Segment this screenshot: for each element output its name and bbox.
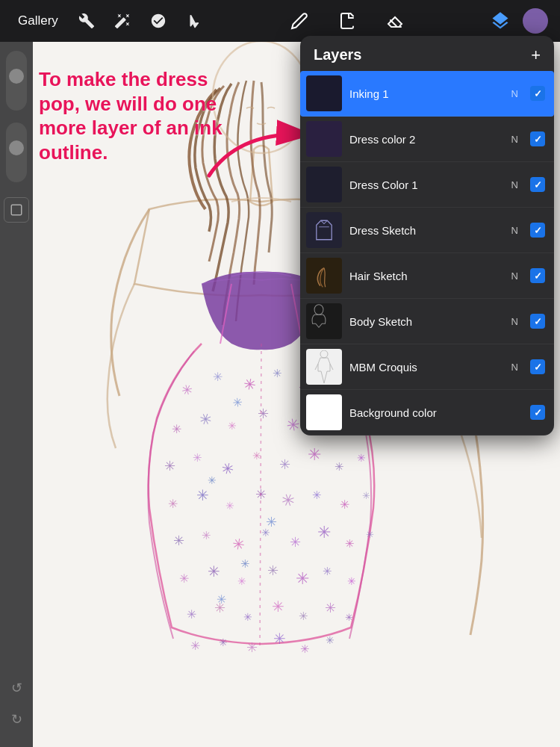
cursor-tool[interactable] [181, 7, 208, 34]
svg-text:✳: ✳ [300, 642, 310, 655]
svg-text:✳: ✳ [362, 490, 370, 501]
layers-title: Layers [314, 46, 362, 63]
svg-text:✳: ✳ [340, 498, 349, 511]
layer-inking1[interactable]: Inking 1 N [300, 71, 554, 117]
layer-label-dresscolor2: Dress color 2 [349, 133, 504, 146]
add-layer-button[interactable]: + [531, 47, 541, 63]
layer-thumbnail-mbmcroquis [306, 349, 342, 385]
layer-checkbox-dresscolor2[interactable] [530, 131, 545, 146]
svg-text:✳: ✳ [290, 535, 301, 550]
gallery-button[interactable]: Gallery [12, 10, 64, 31]
svg-text:✳: ✳ [252, 450, 261, 462]
annotation-text: To make the dress pop, we will do one mo… [39, 67, 240, 164]
svg-text:✳: ✳ [312, 489, 322, 501]
pencil-tool[interactable] [286, 7, 313, 34]
svg-text:✳: ✳ [187, 608, 196, 621]
svg-text:✳: ✳ [272, 598, 284, 615]
layer-mbmcroquis[interactable]: MBM Croquis N [300, 344, 554, 390]
layers-button[interactable] [487, 7, 514, 34]
layer-checkbox-backgroundcolor[interactable] [530, 405, 545, 420]
layers-panel: Layers + Inking 1 N Dress color 2 N Dres… [300, 36, 554, 436]
layer-backgroundcolor[interactable]: Background color [300, 390, 554, 436]
svg-text:✳: ✳ [279, 457, 290, 472]
layer-label-dresscolor1: Dress Color 1 [349, 179, 504, 191]
layer-thumbnail-bodysketch [306, 303, 342, 339]
svg-text:✳: ✳ [299, 610, 308, 622]
opacity-slider[interactable] [6, 123, 27, 182]
layer-label-hairsketch: Hair Sketch [349, 270, 504, 282]
toolbar-left: Gallery [12, 7, 208, 34]
layer-label-dresssketch: Dress Sketch [349, 224, 504, 237]
layer-label-inking1: Inking 1 [349, 87, 504, 100]
brush-size-slider[interactable] [6, 51, 27, 111]
user-avatar[interactable] [523, 8, 548, 34]
svg-text:✳: ✳ [366, 529, 374, 540]
svg-text:✳: ✳ [208, 474, 217, 486]
layer-dresscolor1[interactable]: Dress Color 1 N [300, 162, 554, 208]
layer-mode-inking1: N [511, 88, 518, 99]
layer-bodysketch[interactable]: Body Sketch N [300, 299, 554, 344]
wrench-tool[interactable] [73, 7, 100, 34]
svg-text:✳: ✳ [172, 423, 181, 436]
smudge-tool[interactable] [145, 7, 172, 34]
layer-hairsketch[interactable]: Hair Sketch N [300, 253, 554, 299]
layer-label-bodysketch: Body Sketch [349, 315, 504, 328]
layer-mode-mbmcroquis: N [511, 362, 518, 373]
svg-text:✳: ✳ [243, 611, 252, 623]
magic-tool[interactable] [109, 7, 136, 34]
svg-text:✳: ✳ [258, 406, 269, 421]
color-picker-btn[interactable] [4, 197, 29, 223]
svg-text:✳: ✳ [190, 639, 200, 652]
svg-text:✳: ✳ [267, 563, 279, 578]
layer-label-backgroundcolor: Background color [349, 406, 511, 419]
layer-checkbox-dresssketch[interactable] [530, 223, 545, 238]
eraser-tool[interactable] [382, 7, 408, 34]
layer-mode-dresssketch: N [511, 225, 518, 236]
toolbar-center [208, 7, 487, 34]
svg-text:✳: ✳ [213, 371, 223, 383]
svg-text:✳: ✳ [228, 420, 237, 432]
svg-text:✳: ✳ [225, 500, 234, 512]
svg-text:✳: ✳ [345, 612, 353, 623]
layer-thumbnail-dresscolor1 [306, 167, 342, 202]
layer-thumbnail-inking1 [306, 75, 342, 111]
svg-text:✳: ✳ [273, 630, 286, 647]
svg-text:✳: ✳ [335, 460, 344, 473]
svg-text:✳: ✳ [193, 451, 202, 464]
svg-text:✳: ✳ [173, 533, 184, 548]
svg-text:✳: ✳ [347, 575, 356, 587]
layer-mode-dresscolor1: N [511, 179, 518, 190]
layer-dresscolor2[interactable]: Dress color 2 N [300, 117, 554, 162]
layer-checkbox-dresscolor1[interactable] [530, 177, 545, 192]
layer-checkbox-bodysketch[interactable] [530, 314, 545, 329]
svg-text:✳: ✳ [308, 445, 321, 464]
layer-mode-hairsketch: N [511, 270, 518, 282]
undo-button[interactable]: ↺ [4, 675, 29, 701]
svg-text:✳: ✳ [217, 593, 226, 606]
svg-text:✳: ✳ [208, 563, 220, 580]
layer-thumbnail-hairsketch [306, 258, 342, 294]
svg-text:✳: ✳ [202, 529, 211, 542]
layer-checkbox-mbmcroquis[interactable] [530, 359, 545, 374]
svg-text:✳: ✳ [237, 575, 246, 587]
svg-text:✳: ✳ [164, 459, 175, 474]
pen-tool[interactable] [334, 7, 361, 34]
layer-checkbox-inking1[interactable] [530, 86, 545, 101]
svg-rect-64 [11, 205, 22, 215]
svg-text:✳: ✳ [325, 601, 336, 616]
layer-thumbnail-dresscolor2 [306, 121, 342, 157]
svg-text:✳: ✳ [232, 396, 243, 409]
svg-text:✳: ✳ [266, 515, 277, 530]
layer-checkbox-hairsketch[interactable] [530, 268, 545, 283]
layer-dresssketch[interactable]: Dress Sketch N [300, 208, 554, 253]
svg-text:✳: ✳ [179, 572, 189, 585]
svg-text:✳: ✳ [357, 452, 366, 464]
svg-text:✳: ✳ [240, 557, 250, 570]
redo-button[interactable]: ↻ [4, 707, 29, 732]
svg-point-66 [314, 305, 323, 315]
layers-header: Layers + [300, 36, 554, 71]
svg-text:✳: ✳ [296, 569, 309, 588]
svg-point-67 [320, 350, 328, 358]
svg-text:✳: ✳ [219, 636, 228, 648]
layer-mode-dresscolor2: N [511, 134, 518, 145]
